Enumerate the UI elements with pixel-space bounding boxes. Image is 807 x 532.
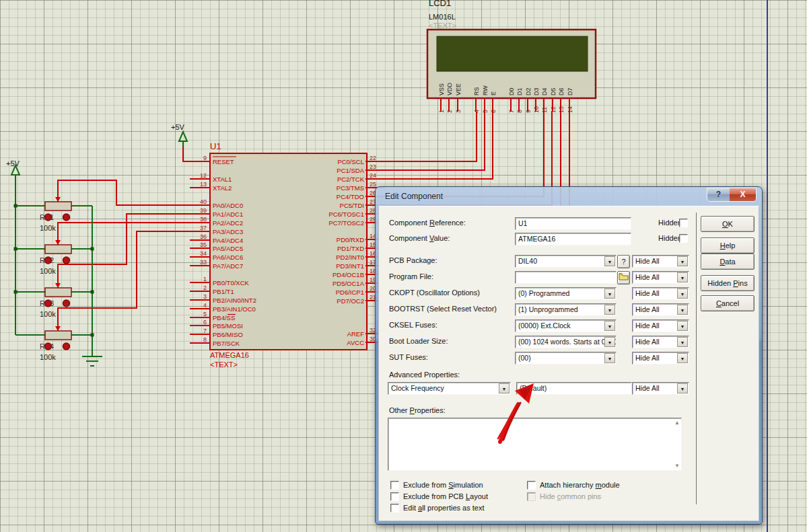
other-properties-label: Other Properties: (389, 406, 446, 414)
lcd-pin-number: 5 (482, 110, 489, 113)
component-value-field[interactable]: ATMEGA16 (515, 233, 631, 245)
pot-rv4[interactable] (45, 331, 71, 340)
attach-hierarchy-label: Attach hierarchy module (540, 481, 620, 489)
pot-value-label: 100k (40, 310, 56, 318)
boot-loader-size-hide-combo[interactable]: Hide All▼ (632, 336, 689, 348)
mcu-pin-number: 23 (370, 163, 376, 170)
sut-fuses-combo[interactable]: (00)▼ (515, 352, 617, 365)
scroll-up-icon[interactable]: ▲ (674, 420, 680, 426)
attach-hierarchy-checkbox[interactable] (527, 481, 536, 490)
pcb-package-hide-combo[interactable]: Hide All▼ (632, 255, 689, 268)
other-properties-textarea[interactable]: ▲ ▼ (388, 418, 682, 471)
scroll-down-icon[interactable]: ▼ (674, 463, 680, 469)
data-button[interactable]: Data (701, 254, 755, 270)
power-label: +5V (6, 159, 20, 167)
program-file-hide-combo[interactable]: Hide All▼ (632, 271, 689, 284)
lcd-pin-label: VSS (438, 83, 445, 96)
pot-wiper-arrow (55, 197, 61, 202)
lcd-text-placeholder: <TEXT> (429, 22, 456, 30)
cancel-button[interactable]: Cancel (701, 295, 755, 311)
package-help-button[interactable]: ? (617, 255, 630, 268)
mcu-pin-label: PD1/TXD (337, 245, 364, 252)
advanced-hide-combo[interactable]: Hide All▼ (632, 382, 689, 395)
bootrst-combo[interactable]: (1) Unprogrammed▼ (515, 303, 617, 316)
lcd-pin-label: D3 (533, 87, 540, 96)
chevron-down-icon[interactable]: ▼ (677, 256, 688, 266)
pot-rv1[interactable] (45, 202, 71, 211)
mcu-pin-number: 12 (200, 172, 207, 179)
hidden-pins-button[interactable]: Hidden Pins (701, 275, 755, 291)
chevron-down-icon[interactable]: ▼ (499, 383, 510, 393)
ckopt-hide-combo[interactable]: Hide All▼ (632, 287, 689, 300)
chevron-down-icon[interactable]: ▼ (604, 256, 615, 266)
program-file-field[interactable] (515, 271, 617, 284)
mcu-pin-number: 24 (370, 172, 376, 179)
pot-increment-dot (63, 214, 70, 221)
mcu-pin-label: PD7/OC2 (337, 297, 364, 305)
component-value-label: Component Value: (389, 234, 450, 242)
close-icon[interactable]: X (730, 188, 756, 201)
dialog-titlebar[interactable]: Edit Component ? X (376, 187, 762, 206)
chevron-down-icon[interactable]: ▼ (677, 305, 688, 315)
chevron-down-icon[interactable]: ▼ (677, 383, 688, 393)
advanced-property-value-field[interactable]: (Default) (516, 382, 632, 395)
chevron-down-icon[interactable]: ▼ (604, 321, 615, 331)
help-button[interactable]: Help (701, 237, 755, 254)
hidden-checkbox-1[interactable] (679, 219, 688, 227)
pot-decrement-dot (45, 300, 52, 307)
titlebar-buttons: ? X (707, 188, 757, 202)
lcd-pin-label: D5 (550, 87, 557, 96)
power-label: +5V (171, 123, 185, 131)
ckopt-combo[interactable]: (0) Programmed▼ (515, 287, 617, 300)
folder-icon (619, 272, 629, 280)
exclude-simulation-checkbox[interactable] (390, 481, 399, 490)
browse-folder-button[interactable] (617, 271, 630, 284)
help-icon[interactable]: ? (707, 188, 730, 201)
chevron-down-icon[interactable]: ▼ (604, 289, 615, 299)
mcu-pin-number: 13 (200, 181, 207, 188)
mcu-pin-number: 40 (200, 198, 207, 205)
mcu-pin-label: XTAL2 (213, 184, 232, 192)
advanced-property-combo[interactable]: Clock Frequency▼ (388, 382, 511, 395)
sut-fuses-hide-combo[interactable]: Hide All▼ (632, 352, 689, 365)
exclude-pcb-layout-checkbox[interactable] (390, 492, 399, 501)
mcu-pin-number: 33 (200, 259, 207, 266)
pot-rv3[interactable] (45, 288, 71, 297)
pcb-package-combo[interactable]: DIL40▼ (515, 255, 617, 268)
pcb-package-label: PCB Package: (389, 256, 437, 264)
ok-button[interactable]: OK (701, 216, 755, 232)
component-reference-field[interactable]: U1 (515, 217, 631, 230)
proteus-schematic-canvas: +5V +5V U1 ATMEGA16 <TEXT> LCD1 LM016L <… (0, 0, 807, 532)
chevron-down-icon[interactable]: ▼ (677, 321, 688, 331)
pot-wiper-arrow (55, 326, 61, 331)
chevron-down-icon[interactable]: ▼ (677, 272, 688, 282)
chevron-down-icon[interactable]: ▼ (604, 305, 615, 315)
lcd-pin-number: 4 (473, 110, 480, 113)
mcu-pin-label: PB3/AIN1/OC0 (213, 305, 256, 313)
mcu-pin-label: PA5/ADC5 (213, 245, 243, 252)
chevron-down-icon[interactable]: ▼ (677, 337, 688, 347)
chevron-down-icon[interactable]: ▼ (604, 337, 615, 347)
sut-fuses-label: SUT Fuses: (389, 353, 428, 361)
chevron-down-icon[interactable]: ▼ (604, 353, 615, 363)
pot-value-label: 100k (40, 267, 56, 275)
cksel-combo[interactable]: (0000) Ext.Clock▼ (515, 319, 617, 332)
lcd-component[interactable]: LCD1 LM016L <TEXT> (427, 0, 596, 98)
pot-rv2[interactable] (45, 245, 71, 254)
edit-all-properties-checkbox[interactable] (390, 504, 399, 512)
bootrst-hide-combo[interactable]: Hide All▼ (632, 303, 689, 316)
mcu-pin-label: PA6/ADC6 (213, 254, 243, 261)
lcd-model: LM016L (429, 13, 456, 21)
mcu-pin-label: PC3/TMS (337, 184, 364, 192)
pot-decrement-dot (45, 343, 52, 350)
boot-loader-size-combo[interactable]: (00) 1024 words. Starts at 0x1C0▼ (515, 336, 617, 348)
hidden-checkbox-2[interactable] (679, 234, 688, 243)
lcd-pin-label: D6 (558, 87, 565, 96)
cksel-hide-combo[interactable]: Hide All▼ (632, 319, 689, 332)
mcu-pin-label: PC6/TOSC1 (328, 211, 364, 218)
lcd-pin-label: D7 (567, 87, 573, 96)
chevron-down-icon[interactable]: ▼ (677, 289, 688, 299)
cksel-label: CKSEL Fuses: (389, 321, 437, 329)
mcu-pin-label: PC7/TOSC2 (328, 219, 364, 227)
chevron-down-icon[interactable]: ▼ (677, 353, 688, 363)
